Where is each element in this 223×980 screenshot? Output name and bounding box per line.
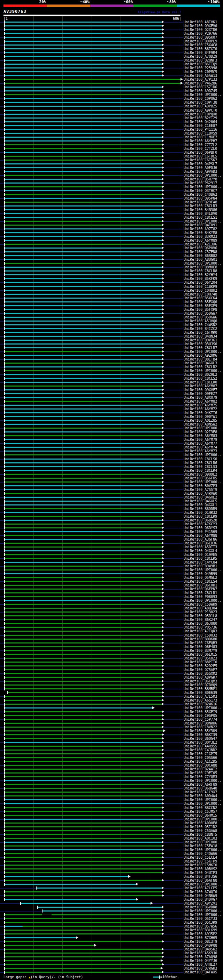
- hit-label[interactable]: UniRef100_A6YM89: [184, 239, 217, 242]
- alignment-bar[interactable]: [5, 527, 162, 528]
- hit-label[interactable]: UniRef100_Q56FH5: [184, 476, 217, 480]
- hit-label[interactable]: UniRef100_C5DHJ2: [184, 633, 217, 637]
- alignment-bar[interactable]: [5, 236, 162, 237]
- alignment-row[interactable]: UniRef100_B2YHY4: [0, 273, 223, 277]
- alignment-row[interactable]: UniRef100_Q4DPQ8: [0, 943, 223, 947]
- alignment-bar[interactable]: [5, 784, 162, 785]
- alignment-bar[interactable]: [5, 573, 162, 574]
- alignment-bar[interactable]: [5, 956, 162, 958]
- alignment-bar[interactable]: [21, 903, 151, 904]
- alignment-bar[interactable]: [5, 48, 162, 49]
- hit-label[interactable]: UniRef100_A7LCP5: [184, 886, 217, 890]
- alignment-bar[interactable]: [5, 282, 162, 283]
- alignment-bar[interactable]: [5, 792, 162, 792]
- alignment-row[interactable]: UniRef100_A6YM72: [0, 407, 223, 411]
- alignment-row[interactable]: UniRef100_A4HL27: [0, 963, 223, 966]
- alignment-row[interactable]: UniRef100_A7AQ98: [0, 955, 223, 959]
- alignment-bar[interactable]: [5, 94, 162, 95]
- hit-label[interactable]: UniRef100_A7P133: [184, 78, 217, 81]
- alignment-bar[interactable]: [5, 125, 162, 126]
- alignment-bar[interactable]: [5, 336, 162, 337]
- alignment-row[interactable]: UniRef100_C8CLR7: [0, 346, 223, 350]
- alignment-row[interactable]: UniRef100_A7E5M3: [0, 695, 223, 698]
- alignment-bar[interactable]: [5, 64, 162, 65]
- hit-label[interactable]: UniRef100_Q29FA8: [184, 200, 217, 204]
- alignment-bar[interactable]: [5, 359, 162, 360]
- hit-label[interactable]: UniRef100_C0PQX8: [184, 112, 217, 116]
- alignment-row[interactable]: UniRef100_C7TZL0: [0, 147, 223, 151]
- alignment-bar[interactable]: [5, 294, 162, 295]
- alignment-row[interactable]: UniRef100_UPI000..: [0, 350, 223, 353]
- alignment-row[interactable]: UniRef100_A6YM88: [0, 534, 223, 538]
- alignment-row[interactable]: UniRef100_P29766: [0, 32, 223, 35]
- alignment-row[interactable]: UniRef100_C0PMC5: [0, 70, 223, 74]
- alignment-bar[interactable]: [5, 489, 162, 490]
- hit-label[interactable]: UniRef100_UPI000..: [184, 185, 221, 189]
- alignment-row[interactable]: UniRef100_Q4GXL3: [0, 361, 223, 365]
- alignment-bar[interactable]: [5, 389, 162, 390]
- alignment-row[interactable]: UniRef100_A9VAD3: [0, 170, 223, 173]
- alignment-row[interactable]: UniRef100_UPI000..: [0, 599, 223, 603]
- alignment-row[interactable]: UniRef100_UPI000..: [0, 93, 223, 97]
- alignment-bar[interactable]: [5, 309, 162, 310]
- hit-label[interactable]: UniRef100_A6YM74: [184, 445, 217, 449]
- alignment-bar[interactable]: [5, 581, 162, 582]
- alignment-row[interactable]: UniRef100_A6RFU9: [0, 783, 223, 786]
- hit-label[interactable]: UniRef100_A2I3X6: [184, 242, 217, 246]
- alignment-row[interactable]: UniRef100_UPI000..: [0, 261, 223, 265]
- alignment-row[interactable]: UniRef100_B0Y3E2: [0, 740, 223, 744]
- alignment-bar[interactable]: [5, 363, 162, 364]
- hit-label[interactable]: UniRef100_A9PCT0: [184, 108, 217, 112]
- alignment-row[interactable]: UniRef100_B8NRH6: [0, 721, 223, 725]
- alignment-bar[interactable]: [5, 240, 162, 241]
- alignment-row[interactable]: UniRef100_Q6RYS3: [0, 526, 223, 530]
- alignment-row[interactable]: UniRef100_C5X4C8: [0, 43, 223, 47]
- hit-label[interactable]: UniRef100_C5GAW8: [184, 829, 217, 833]
- alignment-bar[interactable]: [5, 592, 162, 593]
- alignment-row[interactable]: UniRef100_C6EQB3: [0, 641, 223, 645]
- alignment-row[interactable]: UniRef100_A3GFN6: [0, 538, 223, 541]
- alignment-row[interactable]: UniRef100_C8CLS1: [0, 216, 223, 220]
- alignment-bar[interactable]: [5, 619, 162, 620]
- hit-label[interactable]: UniRef100_UPI000..: [184, 599, 221, 603]
- alignment-bar[interactable]: [5, 186, 162, 188]
- hit-label[interactable]: UniRef100_UPI000..: [184, 426, 221, 430]
- hit-label[interactable]: UniRef100_Q5CJR9: [184, 921, 217, 924]
- hit-label[interactable]: UniRef100_B4IZC2: [184, 327, 217, 331]
- alignment-bar[interactable]: [5, 673, 162, 674]
- hit-label[interactable]: UniRef100_Q5K8Z3: [184, 656, 217, 660]
- hit-label[interactable]: UniRef100_C8CLR1: [184, 591, 217, 595]
- alignment-row[interactable]: UniRef100_A0EZU5: [0, 418, 223, 422]
- alignment-bar[interactable]: [5, 570, 162, 571]
- alignment-bar[interactable]: [5, 56, 162, 57]
- alignment-bar[interactable]: [5, 895, 162, 896]
- hit-label[interactable]: UniRef100_C1MXE7: [184, 135, 217, 139]
- alignment-row[interactable]: UniRef100_Q9FEZ7: [0, 392, 223, 396]
- hit-label[interactable]: UniRef100_Q3UJS0: [184, 342, 217, 346]
- hit-label[interactable]: UniRef100_A1C9X7: [184, 790, 217, 794]
- alignment-row[interactable]: UniRef100_Q8I3T9: [0, 940, 223, 943]
- alignment-row[interactable]: UniRef100_A0BVS2: [0, 867, 223, 871]
- hit-label[interactable]: UniRef100_B6QG47: [184, 737, 217, 740]
- hit-label[interactable]: UniRef100_B5XCK4: [184, 296, 217, 300]
- hit-label[interactable]: UniRef100_B6K247: [184, 618, 217, 622]
- hit-label[interactable]: UniRef100_B9W9B1: [184, 564, 217, 568]
- alignment-bar[interactable]: [5, 175, 162, 176]
- hit-label[interactable]: UniRef100_A7QDZ9: [184, 54, 217, 59]
- alignment-bar[interactable]: [5, 520, 162, 521]
- alignment-row[interactable]: UniRef100_B0E639: [0, 691, 223, 695]
- alignment-row[interactable]: UniRef100_A8NSW2: [0, 422, 223, 426]
- alignment-bar[interactable]: [5, 171, 162, 172]
- hit-label[interactable]: UniRef100_C8CLR6: [184, 461, 217, 465]
- hit-label[interactable]: UniRef100_Q5I1D2: [184, 825, 217, 829]
- hit-label[interactable]: UniRef100_A5DTT3: [184, 545, 217, 549]
- alignment-row[interactable]: UniRef100_C4QB62: [0, 192, 223, 196]
- alignment-row[interactable]: UniRef100_B5SXM2: [0, 671, 223, 676]
- hit-label[interactable]: UniRef100_A6YM87: [184, 384, 217, 388]
- alignment-row[interactable]: UniRef100_B5Y3U9: [0, 729, 223, 733]
- alignment-bar[interactable]: [5, 577, 162, 578]
- hit-label[interactable]: UniRef100_UPI000..: [184, 173, 221, 177]
- alignment-bar[interactable]: [5, 869, 162, 869]
- hit-label[interactable]: UniRef100_A1CZD5: [184, 760, 217, 764]
- alignment-row[interactable]: UniRef100_UPI000..: [0, 706, 223, 710]
